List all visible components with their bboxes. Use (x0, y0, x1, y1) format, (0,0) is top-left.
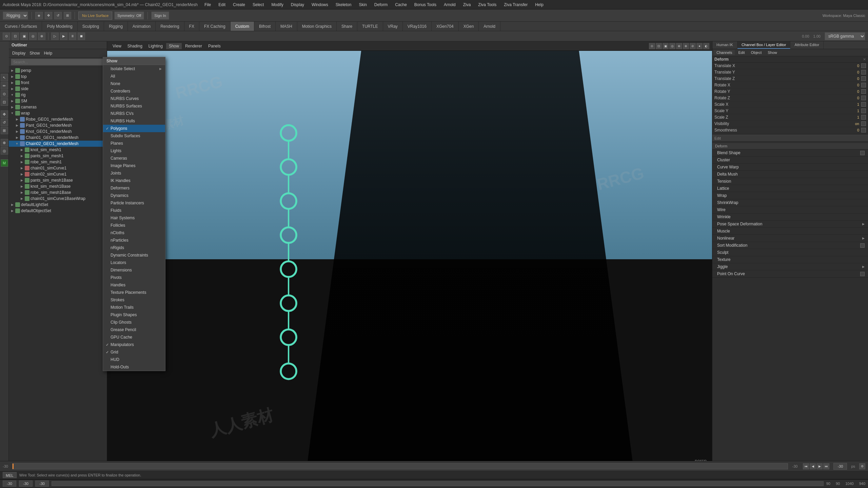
show-menu-item-pivots[interactable]: Pivots (103, 274, 165, 281)
tree-item-front[interactable]: ▶ front (9, 80, 107, 86)
play-fwd-btn[interactable]: ▶ (816, 463, 823, 469)
module-tab-fx[interactable]: FX (184, 22, 199, 31)
module-tab-mash[interactable]: MASH (276, 22, 297, 31)
show-menu-item-nrigids[interactable]: nRigids (103, 244, 165, 251)
module-tab-animation[interactable]: Animation (128, 22, 156, 31)
ry-checkbox[interactable] (861, 89, 866, 94)
rotate-btn[interactable]: ↺ (1, 119, 8, 126)
range-playback-input[interactable] (35, 481, 49, 487)
show-menu-item-grid[interactable]: Grid (103, 348, 165, 356)
show-menu-item-nurbs-surfaces[interactable]: NURBS Surfaces (103, 102, 165, 110)
item-checkbox[interactable] (860, 272, 865, 276)
show-menu-item-deformers[interactable]: Deformers (103, 184, 165, 192)
subtab-object[interactable]: Object (748, 50, 764, 55)
tree-item-knot-geo1-rendermesh[interactable]: ▶ Knot_GEO1_renderMesh (9, 128, 107, 135)
show-menu-item-motion-trails[interactable]: Motion Trails (103, 304, 165, 311)
channel-smoothness[interactable]: Smoothness 0 (712, 127, 868, 134)
show-menu-item-locators[interactable]: Locators (103, 259, 165, 266)
deform-item-wrap[interactable]: Wrap (712, 192, 868, 199)
paint-btn[interactable]: ✏ (1, 82, 8, 89)
tree-item-robe-sim-mesh1base[interactable]: ▶ robe_sim_mesh1Base (9, 189, 107, 196)
subtab-edit[interactable]: Edit (735, 50, 747, 55)
lasso-btn[interactable]: ⊙ (1, 90, 8, 98)
snap-btn[interactable]: ⊕ (1, 139, 8, 146)
tree-item-defaultobjectset[interactable]: ▶ defaultObjectSet (9, 208, 107, 214)
tool-icon-2[interactable]: ⊡ (12, 33, 19, 40)
channel-visibility[interactable]: Visibility on (712, 121, 868, 127)
vp-icon-8[interactable]: ● (696, 43, 703, 49)
settings-btn[interactable]: ⚙ (859, 463, 865, 469)
show-menu-item-handles[interactable]: Handles (103, 281, 165, 289)
move-btn[interactable]: ✥ (1, 110, 8, 118)
tree-item-pants-sim-mesh1base[interactable]: ▶ pants_sim_mesh1Base (9, 177, 107, 183)
show-menu-item-subdiv-surfaces[interactable]: Subdiv Surfaces (103, 132, 165, 140)
mode-selector[interactable]: Rigging (3, 12, 28, 20)
lighting-menu[interactable]: Lighting (146, 43, 165, 49)
menubar-item-cache[interactable]: Cache (394, 2, 408, 8)
marquee-btn[interactable]: ⊡ (1, 98, 8, 106)
view-menu[interactable]: View (110, 43, 124, 49)
symmetry-btn[interactable]: Symmetry: Off (114, 12, 144, 20)
deform-close-btn[interactable]: ✕ (863, 57, 866, 62)
show-menu-item-follicles[interactable]: Follicles (103, 222, 165, 229)
menubar-item-select[interactable]: Select (251, 2, 265, 8)
menubar-item-help[interactable]: Help (534, 2, 545, 8)
show-menu-item-ncloths[interactable]: nCloths (103, 229, 165, 237)
scale-btn[interactable]: ⊞ (1, 127, 8, 134)
sx-checkbox[interactable] (861, 102, 866, 107)
menubar-item-skin[interactable]: Skin (357, 2, 368, 8)
show-menu-item-joints[interactable]: Joints (103, 169, 165, 177)
outliner-display-menu[interactable]: Display (11, 50, 27, 56)
deform-item-sort-modification[interactable]: Sort Modification (712, 242, 868, 249)
deform-item-tension[interactable]: Tension (712, 178, 868, 185)
show-menu-item-dynamics[interactable]: Dynamics (103, 192, 165, 199)
deform-item-texture[interactable]: Texture (712, 256, 868, 263)
range-end-input[interactable] (19, 481, 33, 487)
play-back-btn[interactable]: ◀ (810, 463, 816, 469)
scale-tool-btn[interactable]: ⊞ (64, 12, 71, 19)
module-tab-vray1016[interactable]: VRay1016 (403, 22, 432, 31)
item-checkbox[interactable] (860, 151, 865, 155)
vp-icon-1[interactable]: ⊙ (649, 43, 655, 49)
show-menu-item-controllers[interactable]: Controllers (103, 87, 165, 95)
channel-scale-z[interactable]: Scale Z 1 (712, 114, 868, 121)
tree-item-wrap[interactable]: ▼ wrap (9, 110, 107, 116)
module-tab-share[interactable]: Share (337, 22, 357, 31)
module-tab-bifrost[interactable]: Bifrost (254, 22, 276, 31)
show-menu-item-fluids[interactable]: Fluids (103, 207, 165, 214)
deform-item-wire[interactable]: Wire (712, 206, 868, 214)
show-menu-item-ik-handles[interactable]: IK Handles (103, 177, 165, 184)
range-track[interactable] (52, 481, 824, 486)
menubar-item-ziva[interactable]: Ziva (462, 2, 472, 8)
menubar-item-create[interactable]: Create (232, 2, 246, 8)
tree-item-chain02-simcurve1[interactable]: ▶ chain02_simCurve1 (9, 171, 107, 177)
tool-icon-1[interactable]: ⊙ (3, 33, 10, 40)
tx-checkbox[interactable] (861, 63, 866, 68)
deform-item-blend-shape[interactable]: Blend Shape (712, 149, 868, 157)
menubar-item-ziva-transfer[interactable]: Ziva Transfer (502, 2, 529, 8)
deform-item-jiggle[interactable]: Jiggle▶ (712, 263, 868, 270)
prev-key-btn[interactable]: ⏮ (803, 463, 809, 469)
tool-icon-3[interactable]: ▣ (20, 33, 28, 40)
deform-item-delta-mush[interactable]: Delta Mush (712, 171, 868, 178)
deform-item-shrinkwrap[interactable]: ShrinkWrap (712, 199, 868, 206)
vp-icon-5[interactable]: ⊕ (676, 43, 682, 49)
module-tab-xgen704[interactable]: XGen704 (432, 22, 459, 31)
channel-rotate-z[interactable]: Rotate Z 0 (712, 95, 868, 101)
menubar-item-bonus-tools[interactable]: Bonus Tools (413, 2, 438, 8)
outliner-search-input[interactable] (11, 59, 105, 65)
menubar-item-edit[interactable]: Edit (217, 2, 227, 8)
tab-attribute-editor[interactable]: Attribute Editor (790, 41, 824, 49)
ty-checkbox[interactable] (861, 70, 866, 75)
show-menu-item-hair-systems[interactable]: Hair Systems (103, 214, 165, 222)
module-tab-vray[interactable]: VRay (383, 22, 403, 31)
deform-item-lattice[interactable]: Lattice (712, 185, 868, 192)
show-menu-item-gpu-cache[interactable]: GPU Cache (103, 333, 165, 341)
show-menu-item-manipulators[interactable]: Manipulators (103, 341, 165, 348)
panels-menu[interactable]: Panels (205, 43, 223, 49)
show-menu-item-nurbs-curves[interactable]: NURBS Curves (103, 95, 165, 102)
menubar-item-file[interactable]: File (203, 2, 212, 8)
tree-item-chain01-simcurve1[interactable]: ▶ chain01_simCurve1 (9, 165, 107, 171)
show-menu-item-nparticles[interactable]: nParticles (103, 237, 165, 244)
module-tab-motion-graphics[interactable]: Motion Graphics (297, 22, 337, 31)
